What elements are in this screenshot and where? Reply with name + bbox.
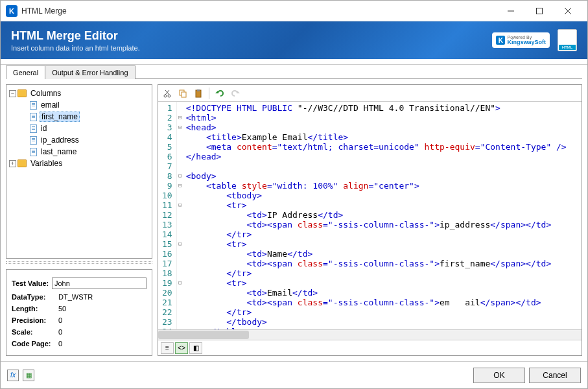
cut-button[interactable] [161, 87, 174, 100]
maximize-button[interactable] [525, 1, 554, 21]
code-editor: 1234567891011121314151617181920212223242… [158, 84, 582, 356]
titlebar: K HTML Merge [1, 1, 587, 21]
copy-button[interactable] [176, 87, 189, 100]
tab-output-error[interactable]: Output & Error Handling [45, 65, 135, 79]
fold-column[interactable]: ⊟⊟⊟⊟⊟⊟⊟ [177, 102, 183, 329]
tabs: General Output & Error Handling [1, 64, 587, 78]
length-label: Length: [12, 305, 58, 312]
editor-toolbar [158, 85, 582, 102]
tree-item-last-name[interactable]: last_name [9, 146, 149, 158]
column-icon [30, 124, 37, 133]
splitter[interactable] [6, 261, 152, 264]
html-doc-icon [558, 29, 577, 51]
editor-bottom-bar: ≡ <> ◧ [158, 340, 582, 355]
datatype-value: DT_WSTR [58, 293, 147, 301]
datatype-label: DataType: [12, 293, 58, 301]
folder-icon [18, 89, 27, 97]
grid-button[interactable]: ▦ [23, 370, 34, 381]
tree-item-first-name[interactable]: first_name [9, 111, 149, 123]
banner-title: HTML Merge Editor [11, 29, 492, 43]
tree-node-columns[interactable]: −Columns [9, 88, 149, 99]
collapse-icon[interactable]: − [9, 90, 16, 97]
view-preview-button[interactable]: ◧ [189, 342, 202, 354]
dialog-footer: fx ▦ OK Cancel [1, 361, 587, 388]
column-icon [30, 113, 37, 121]
svg-rect-1 [537, 8, 543, 14]
view-text-button[interactable]: ≡ [161, 342, 174, 354]
svg-rect-11 [197, 89, 200, 91]
properties-panel: Test Value: DataType:DT_WSTR Length:50 P… [6, 269, 152, 356]
view-code-button[interactable]: <> [175, 342, 188, 354]
app-window: K HTML Merge HTML Merge Editor Insert co… [0, 0, 588, 389]
column-icon [30, 148, 37, 156]
codepage-label: Code Page: [12, 340, 58, 348]
redo-button[interactable] [229, 87, 242, 100]
test-value-input[interactable] [52, 277, 147, 289]
app-icon: K [6, 5, 18, 17]
cancel-button[interactable]: Cancel [529, 368, 581, 383]
svg-rect-9 [182, 92, 186, 97]
folder-icon [18, 159, 27, 167]
scale-label: Scale: [12, 328, 58, 336]
precision-label: Precision: [12, 316, 58, 324]
scrollbar-thumb[interactable] [158, 331, 249, 339]
tree-panel[interactable]: −Columns email first_name id ip_address … [6, 84, 152, 259]
codepage-value: 0 [58, 340, 147, 348]
horizontal-scrollbar[interactable] [158, 329, 582, 340]
code-text[interactable]: <!DOCTYPE HTML PUBLIC "-//W3C//DTD HTML … [183, 102, 582, 329]
minimize-button[interactable] [497, 1, 525, 21]
tree-item-id[interactable]: id [9, 123, 149, 134]
tree-node-variables[interactable]: +Variables [9, 158, 149, 169]
window-title: HTML Merge [21, 6, 497, 16]
expand-icon[interactable]: + [9, 160, 16, 167]
line-gutter: 1234567891011121314151617181920212223242… [158, 102, 177, 329]
column-icon [30, 136, 37, 145]
tree-item-ip-address[interactable]: ip_address [9, 134, 149, 146]
test-value-label: Test Value: [12, 279, 52, 287]
fx-button[interactable]: fx [7, 370, 19, 381]
length-value: 50 [58, 305, 147, 312]
close-button[interactable] [554, 1, 582, 21]
precision-value: 0 [58, 316, 147, 324]
ok-button[interactable]: OK [473, 368, 525, 383]
code-area[interactable]: 1234567891011121314151617181920212223242… [158, 102, 582, 329]
column-icon [30, 101, 37, 110]
tab-general[interactable]: General [6, 65, 45, 79]
svg-point-5 [168, 95, 171, 97]
scale-value: 0 [58, 328, 147, 336]
banner: HTML Merge Editor Insert column data int… [1, 21, 587, 59]
kingswaysoft-logo: K Powered ByKingswaySoft [492, 32, 550, 48]
paste-button[interactable] [192, 87, 205, 100]
banner-subtitle: Insert column data into an html template… [11, 44, 492, 52]
tree-item-email[interactable]: email [9, 99, 149, 111]
undo-button[interactable] [213, 87, 226, 100]
svg-point-4 [164, 95, 167, 97]
